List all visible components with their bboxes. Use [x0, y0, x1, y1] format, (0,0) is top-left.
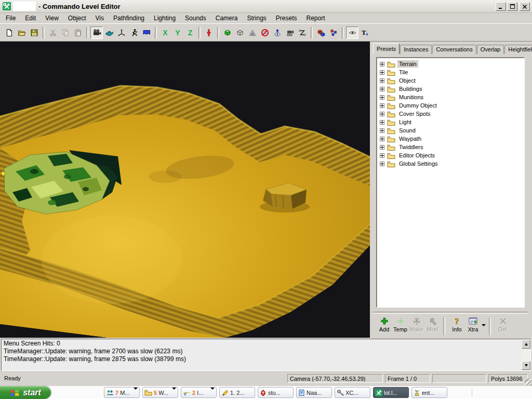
group-dropdown-arrow[interactable] [172, 390, 176, 396]
temp-button[interactable]: Temp [392, 316, 408, 332]
expand-plus-icon[interactable] [380, 153, 384, 158]
expand-plus-icon[interactable] [380, 162, 384, 166]
taskbar-button-folders-group[interactable]: 5 W... [142, 387, 178, 398]
new-document-button[interactable] [3, 26, 16, 39]
menu-bar: File Edit View Object Vis Pathfinding Li… [0, 13, 532, 23]
tab-overlap[interactable]: Overlap [477, 45, 504, 54]
open-button[interactable] [16, 26, 28, 39]
menu-camera[interactable]: Camera [211, 13, 243, 23]
presets-tree[interactable]: Terrain Tile Object Buildings [376, 57, 525, 308]
axis-x-button[interactable]: X [159, 26, 171, 39]
button-separator [489, 317, 491, 335]
tree-item-munitions[interactable]: Munitions [380, 93, 524, 101]
tree-item-global-settings[interactable]: Global Settings [380, 159, 524, 168]
taskbar-button-naa[interactable]: Naa... [296, 387, 332, 398]
expand-plus-icon[interactable] [380, 78, 384, 83]
text-labels-button[interactable]: T [358, 26, 371, 39]
drop-to-ground-button[interactable] [203, 26, 215, 39]
taskbar-button-ie-group[interactable]: e 2 I... [181, 387, 217, 398]
menu-presets[interactable]: Presets [271, 13, 302, 23]
panel-separator [373, 312, 528, 314]
camera-dolly-button[interactable] [284, 26, 296, 39]
minimize-button[interactable] [496, 2, 506, 11]
menu-pathfinding[interactable]: Pathfinding [109, 13, 149, 23]
maximize-button[interactable] [507, 2, 517, 11]
resize-grip[interactable] [525, 379, 531, 385]
tab-instances[interactable]: Instances [400, 45, 432, 54]
tab-conversations[interactable]: Conversations [432, 45, 476, 54]
xtra-dropdown-arrow[interactable] [481, 321, 486, 330]
tree-item-terrain[interactable]: Terrain [380, 60, 524, 68]
save-button[interactable] [28, 26, 41, 39]
menu-object[interactable]: Object [63, 13, 91, 23]
tree-item-twiddlers[interactable]: Twiddlers [380, 143, 524, 151]
tree-item-object[interactable]: Object [380, 76, 524, 85]
taskbar-button-document[interactable]: 1. 2... [219, 387, 255, 398]
status-polys: Polys 13696 [488, 374, 528, 383]
menu-sounds[interactable]: Sounds [180, 13, 211, 23]
expand-plus-icon[interactable] [380, 112, 384, 116]
start-button[interactable]: start [0, 386, 51, 399]
info-button[interactable]: ? Info [449, 316, 465, 332]
menu-strings[interactable]: Strings [242, 13, 271, 23]
expand-plus-icon[interactable] [380, 70, 384, 75]
expand-plus-icon[interactable] [380, 128, 384, 133]
menu-file[interactable]: File [1, 13, 20, 23]
group-dropdown-arrow[interactable] [134, 390, 138, 396]
expand-plus-icon[interactable] [380, 137, 384, 141]
visibility-toggle[interactable] [346, 26, 358, 39]
log-area: Menu Screen Hits: 0 TimeManager::Update:… [0, 338, 532, 372]
message-flag-button[interactable] [140, 26, 153, 39]
tab-heightfield[interactable]: Heightfield [504, 45, 532, 54]
tree-item-editor-objects[interactable]: Editor Objects [380, 151, 524, 159]
render-mode-button[interactable] [103, 26, 115, 39]
tree-item-sound[interactable]: Sound [380, 126, 524, 135]
scroll-down-button[interactable] [522, 361, 530, 370]
expand-plus-icon[interactable] [380, 145, 384, 150]
camera-view-toggle[interactable] [90, 26, 103, 39]
vis-sector-button[interactable] [296, 26, 309, 39]
axis-z-button[interactable]: Z [184, 26, 196, 39]
object-points-button[interactable] [327, 26, 340, 39]
tree-item-waypath[interactable]: Waypath [380, 135, 524, 143]
close-button[interactable] [520, 2, 530, 11]
menu-view[interactable]: View [41, 13, 63, 23]
group-dropdown-arrow[interactable] [210, 390, 215, 396]
menu-edit[interactable]: Edit [20, 13, 41, 23]
tab-presets[interactable]: Presets [373, 43, 400, 54]
walkthrough-button[interactable] [128, 26, 140, 39]
axis-gizmo-button[interactable] [115, 26, 128, 39]
tree-item-light[interactable]: Light [380, 118, 524, 126]
expand-plus-icon[interactable] [380, 120, 384, 125]
expand-plus-icon[interactable] [380, 62, 384, 66]
xtra-button[interactable]: Xtra [465, 316, 481, 332]
add-button[interactable]: Add [376, 316, 392, 332]
taskbar-button-stu[interactable]: stu... [258, 387, 294, 398]
menu-vis[interactable]: Vis [91, 13, 109, 23]
taskbar-button-xc[interactable]: XC... [335, 387, 370, 398]
viewport-3d[interactable] [0, 42, 370, 338]
eye-raise-button[interactable] [271, 26, 284, 39]
expand-plus-icon[interactable] [380, 95, 384, 100]
taskbar-button-commando-editor-active[interactable]: lol.l... [373, 387, 409, 398]
menu-lighting[interactable]: Lighting [149, 13, 180, 23]
scroll-up-button[interactable] [522, 340, 530, 349]
menu-report[interactable]: Report [302, 13, 330, 23]
wireframe-view-button[interactable] [234, 26, 246, 39]
tree-item-tile[interactable]: Tile [380, 68, 524, 76]
solid-view-button[interactable] [221, 26, 234, 39]
axis-y-button[interactable]: Y [171, 26, 184, 39]
toolbar-separator [155, 27, 157, 38]
application-window: - Commando Level Editor File Edit View O… [0, 0, 532, 399]
vis-points-button[interactable] [246, 26, 259, 39]
expand-plus-icon[interactable] [380, 103, 384, 108]
vis-disable-button[interactable] [259, 26, 271, 39]
expand-plus-icon[interactable] [380, 87, 384, 91]
tree-item-cover-spots[interactable]: Cover Spots [380, 110, 524, 118]
tree-item-dummy-object[interactable]: Dummy Object [380, 101, 524, 110]
log-scrollbar[interactable] [522, 340, 530, 370]
taskbar-button-messenger-group[interactable]: 7 M... [104, 387, 140, 398]
taskbar-button-ent[interactable]: ent... [411, 387, 447, 398]
tree-item-buildings[interactable]: Buildings [380, 85, 524, 93]
object-group-button[interactable] [315, 26, 327, 39]
